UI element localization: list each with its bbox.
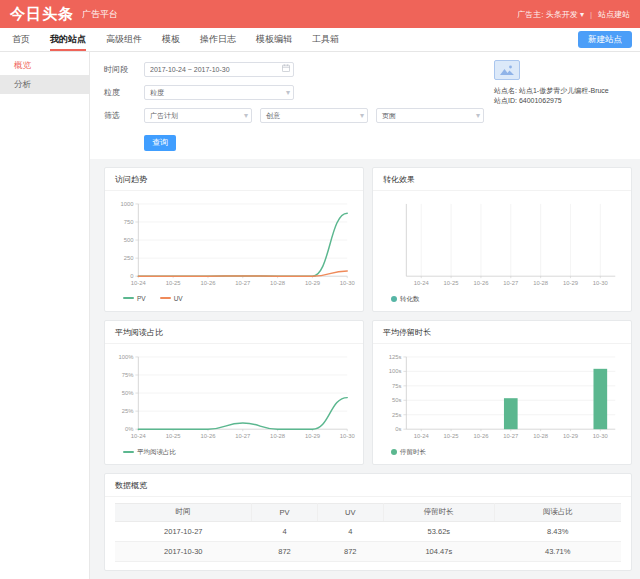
- site-id-label: 站点ID:: [494, 97, 517, 104]
- site-name-value: 站点1-傲梦青少儿编程-Bruce: [519, 87, 609, 94]
- cell-pv: 872: [252, 541, 318, 561]
- svg-text:10-26: 10-26: [200, 279, 215, 285]
- svg-text:125s: 125s: [389, 353, 402, 359]
- cell-time: 2017-10-27: [115, 521, 252, 541]
- chevron-down-icon: ▾: [580, 10, 584, 19]
- data-overview-card: 数据概览 时间 PV UV 停留时长 阅读占比: [104, 473, 632, 571]
- site-id-value: 64001062975: [519, 97, 562, 104]
- date-range-label: 时间段: [104, 64, 136, 75]
- granularity-value: 粒度: [150, 88, 164, 98]
- legend-item-PV[interactable]: PV: [123, 295, 146, 302]
- chevron-down-icon: ▾: [286, 87, 290, 98]
- col-time: 时间: [115, 503, 252, 521]
- cell-stay-duration: 53.62s: [383, 521, 494, 541]
- svg-text:10-24: 10-24: [414, 279, 430, 285]
- sidebar-item-analysis[interactable]: 分析: [0, 75, 89, 94]
- svg-text:10-29: 10-29: [563, 279, 578, 285]
- svg-text:10-25: 10-25: [444, 432, 459, 438]
- sidebar-item-overview[interactable]: 概览: [0, 56, 89, 75]
- nav-item-toolbox[interactable]: 工具箱: [312, 28, 339, 51]
- col-stay-duration: 停留时长: [383, 503, 494, 521]
- visit-trend-chart: 0250500750100010-2410-2510-2610-2710-281…: [105, 191, 363, 293]
- cell-time: 2017-10-30: [115, 541, 252, 561]
- new-site-button[interactable]: 新建站点: [578, 31, 632, 48]
- svg-text:10-24: 10-24: [414, 432, 430, 438]
- table-header-row: 时间 PV UV 停留时长 阅读占比: [115, 503, 621, 521]
- filter-panel: 时间段 粒度 粒度 ▾ 筛选: [90, 52, 640, 159]
- nav-item-advanced-components[interactable]: 高级组件: [106, 28, 142, 51]
- svg-text:500: 500: [124, 237, 135, 243]
- visit-trend-title: 访问趋势: [105, 168, 363, 191]
- legend-label: 转化数: [400, 295, 420, 304]
- svg-text:1000: 1000: [120, 200, 134, 206]
- svg-text:10-27: 10-27: [503, 279, 518, 285]
- legend-marker: [160, 297, 171, 299]
- advertiser-dropdown[interactable]: 广告主: 头条开发 ▾: [517, 9, 584, 20]
- stay-duration-chart: 0s25s50s75s100s125s10-2410-2510-2610-271…: [373, 344, 631, 446]
- svg-text:50s: 50s: [392, 397, 402, 403]
- chevron-down-icon: ▾: [360, 110, 364, 121]
- nav-item-operation-log[interactable]: 操作日志: [200, 28, 236, 51]
- col-pv: PV: [252, 503, 318, 521]
- product-name: 广告平台: [82, 8, 118, 21]
- calendar-icon: [282, 64, 290, 75]
- nav-item-template-editor[interactable]: 模板编辑: [256, 28, 292, 51]
- data-overview-table: 时间 PV UV 停留时长 阅读占比 2017-10-27 4: [115, 503, 621, 562]
- svg-text:50%: 50%: [122, 390, 134, 396]
- toutiao-logo: 今日头条: [10, 5, 74, 24]
- query-button[interactable]: 查询: [144, 135, 176, 151]
- svg-text:10-25: 10-25: [444, 279, 459, 285]
- svg-text:10-28: 10-28: [270, 432, 285, 438]
- header-divider: |: [590, 10, 592, 19]
- date-range-input[interactable]: [144, 62, 294, 77]
- legend-label: PV: [137, 295, 146, 302]
- svg-text:10-29: 10-29: [305, 279, 320, 285]
- cell-stay-duration: 104.47s: [383, 541, 494, 561]
- svg-text:10-26: 10-26: [200, 432, 215, 438]
- nav-item-home[interactable]: 首页: [12, 28, 30, 51]
- stay-duration-card: 平均停留时长 0s25s50s75s100s125s10-2410-2510-2…: [372, 320, 632, 465]
- read-ratio-card: 平均阅读占比 0%25%50%75%100%10-2410-2510-2610-…: [104, 320, 364, 465]
- svg-text:10-24: 10-24: [131, 432, 147, 438]
- conversion-card: 转化效果 10-2410-2510-2610-2710-2810-2910-30…: [372, 167, 632, 312]
- stay-duration-legend: 停留时长: [373, 446, 631, 464]
- svg-text:25s: 25s: [392, 411, 402, 417]
- svg-text:250: 250: [124, 255, 135, 261]
- nav-item-templates[interactable]: 模板: [162, 28, 180, 51]
- table-row: 2017-10-30 872 872 104.47s 43.71%: [115, 541, 621, 561]
- svg-text:10-28: 10-28: [533, 279, 548, 285]
- granularity-select[interactable]: 粒度: [144, 85, 294, 100]
- chevron-down-icon: ▾: [476, 110, 480, 121]
- svg-text:10-30: 10-30: [340, 432, 356, 438]
- svg-text:10-26: 10-26: [473, 432, 488, 438]
- legend-item-平均阅读占比[interactable]: 平均阅读占比: [123, 448, 176, 457]
- legend-item-转化数[interactable]: 转化数: [391, 295, 420, 304]
- main-content: 时间段 粒度 粒度 ▾ 筛选: [90, 52, 640, 579]
- legend-item-UV[interactable]: UV: [160, 295, 183, 302]
- site-builder-link[interactable]: 站点建站: [598, 9, 630, 20]
- advertiser-label: 广告主: 头条开发: [517, 10, 577, 19]
- page-select[interactable]: 页面: [376, 108, 484, 123]
- page-value: 页面: [382, 111, 396, 121]
- nav-item-my-sites[interactable]: 我的站点: [50, 28, 86, 51]
- svg-text:10-29: 10-29: [305, 432, 320, 438]
- ad-plan-select[interactable]: 广告计划: [144, 108, 252, 123]
- conversion-title: 转化效果: [373, 168, 631, 191]
- conversion-chart: 10-2410-2510-2610-2710-2810-2910-30: [373, 191, 631, 293]
- legend-label: UV: [174, 295, 183, 302]
- svg-text:750: 750: [124, 218, 135, 224]
- cell-uv: 4: [317, 521, 383, 541]
- sidebar: 概览 分析: [0, 52, 90, 579]
- visit-trend-legend: PVUV: [105, 293, 363, 309]
- cell-read-ratio: 8.43%: [494, 521, 621, 541]
- creative-select[interactable]: 创意: [260, 108, 368, 123]
- svg-text:75s: 75s: [392, 382, 402, 388]
- conversion-legend: 转化数: [373, 293, 631, 311]
- read-ratio-legend: 平均阅读占比: [105, 446, 363, 464]
- read-ratio-chart: 0%25%50%75%100%10-2410-2510-2610-2710-28…: [105, 344, 363, 446]
- col-uv: UV: [317, 503, 383, 521]
- creative-value: 创意: [266, 111, 280, 121]
- svg-text:10-27: 10-27: [235, 279, 250, 285]
- legend-item-停留时长[interactable]: 停留时长: [391, 448, 426, 457]
- svg-text:75%: 75%: [122, 371, 134, 377]
